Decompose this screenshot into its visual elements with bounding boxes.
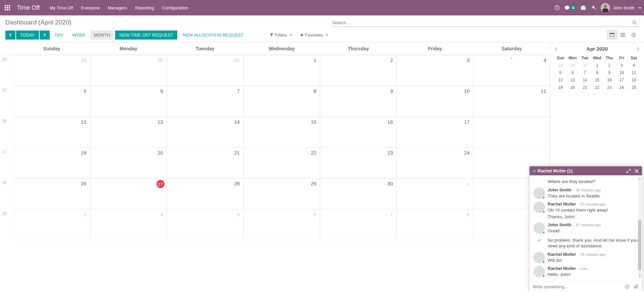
chat-sender[interactable]: John Smith bbox=[548, 222, 571, 227]
calendar-cell[interactable]: 23 bbox=[320, 148, 397, 178]
calendar-cell[interactable]: 16 bbox=[320, 117, 397, 148]
calendar-cell[interactable]: 3 bbox=[13, 209, 90, 240]
nav-reporting[interactable]: Reporting bbox=[132, 3, 157, 12]
scale-week[interactable]: WEEK bbox=[69, 31, 88, 40]
chat-sender[interactable]: John Smith bbox=[548, 187, 571, 192]
mini-day[interactable]: 14 bbox=[579, 76, 591, 84]
calendar-cell[interactable]: 24 bbox=[397, 148, 473, 178]
chat-sender[interactable]: Rachel Muller bbox=[548, 252, 576, 257]
calendar-cell[interactable]: 7 bbox=[167, 86, 243, 117]
calendar-cell[interactable]: 15 bbox=[243, 117, 320, 148]
next-button[interactable] bbox=[40, 31, 50, 40]
new-leave-button[interactable]: NEW TIME OFF REQUEST bbox=[115, 31, 177, 40]
view-list-icon[interactable] bbox=[618, 30, 628, 40]
calendar-cell[interactable]: 29 bbox=[13, 55, 90, 86]
mini-day[interactable]: 10 bbox=[615, 69, 628, 76]
scale-day[interactable]: DAY bbox=[52, 31, 67, 40]
mini-day[interactable]: 11 bbox=[628, 69, 640, 76]
mini-day[interactable]: 13 bbox=[566, 76, 579, 84]
calendar-cell[interactable]: 27 bbox=[90, 178, 167, 209]
calendar-cell[interactable]: 2 bbox=[320, 55, 397, 86]
mini-day[interactable]: 16 bbox=[603, 76, 615, 84]
mini-day[interactable]: 18 bbox=[628, 76, 640, 84]
calendar-cell[interactable]: 4 bbox=[90, 209, 167, 240]
emoji-icon[interactable] bbox=[625, 284, 630, 289]
mini-day[interactable]: 8 bbox=[591, 69, 603, 76]
nav-everyone[interactable]: Everyone bbox=[78, 3, 103, 12]
filters-menu[interactable]: Filters bbox=[269, 31, 293, 39]
nav-managers[interactable]: Managers bbox=[104, 3, 131, 12]
calendar-cell[interactable]: 19 bbox=[13, 148, 90, 178]
nav-configuration[interactable]: Configuration bbox=[159, 3, 191, 12]
calendar-cell[interactable]: 14 bbox=[167, 117, 243, 148]
chat-body[interactable]: Where are they located? John Smith- 38 m… bbox=[530, 175, 642, 281]
calendar-cell[interactable]: 20 bbox=[90, 148, 167, 178]
mini-day[interactable]: 25 bbox=[628, 84, 640, 91]
view-activity-icon[interactable] bbox=[629, 30, 639, 40]
calendar-cell[interactable]: 28 bbox=[167, 178, 243, 209]
mini-day[interactable]: 6 bbox=[566, 69, 579, 76]
chat-avatar[interactable] bbox=[534, 201, 545, 213]
calendar-cell[interactable]: ▴4 bbox=[473, 55, 550, 86]
mini-day[interactable]: 7 bbox=[579, 69, 591, 76]
calendar-cell[interactable]: 8 bbox=[397, 209, 473, 240]
chat-input[interactable] bbox=[533, 284, 621, 289]
apps-icon[interactable] bbox=[3, 5, 12, 10]
clock-icon[interactable] bbox=[554, 5, 560, 10]
calendar-cell[interactable]: 3 bbox=[397, 55, 473, 86]
attach-icon[interactable] bbox=[633, 284, 639, 289]
chat-avatar[interactable] bbox=[534, 187, 545, 199]
calendar-cell[interactable] bbox=[473, 117, 550, 148]
mini-day[interactable]: 24 bbox=[615, 84, 628, 91]
tools-icon[interactable] bbox=[591, 5, 596, 10]
calendar-cell[interactable]: 17 bbox=[397, 117, 473, 148]
calendar-cell[interactable]: 13 bbox=[90, 117, 167, 148]
scroll-down-icon[interactable]: ▾ bbox=[639, 274, 641, 277]
chat-header[interactable]: Rachel Muller (1) bbox=[530, 166, 642, 175]
prev-button[interactable] bbox=[5, 31, 15, 40]
mini-day[interactable]: 9 bbox=[603, 69, 615, 76]
new-alloc-button[interactable]: NEW ALLOCATION REQUEST bbox=[179, 31, 247, 40]
mini-day[interactable]: 2 bbox=[603, 62, 615, 69]
calendar-cell[interactable]: 11 bbox=[473, 86, 550, 117]
chat-sender[interactable]: Rachel Muller bbox=[548, 266, 576, 271]
mini-day[interactable]: 29 bbox=[554, 62, 566, 69]
chat-sender[interactable]: Rachel Muller bbox=[548, 201, 576, 207]
chat-avatar[interactable] bbox=[534, 266, 545, 277]
calendar-cell[interactable]: 12 bbox=[13, 117, 90, 148]
mini-day[interactable]: 19 bbox=[554, 84, 566, 91]
calendar-cell[interactable]: 9 bbox=[320, 86, 397, 117]
calendar-cell[interactable]: 5 bbox=[167, 209, 243, 240]
expand-icon[interactable] bbox=[627, 169, 631, 173]
mini-day[interactable]: 23 bbox=[603, 84, 615, 91]
scale-month[interactable]: MONTH bbox=[91, 31, 113, 40]
gift-icon[interactable] bbox=[581, 5, 586, 10]
favorites-menu[interactable]: Favorites bbox=[299, 31, 329, 39]
calendar-cell[interactable]: 7 bbox=[320, 209, 397, 240]
calendar-cell[interactable]: 6 bbox=[243, 209, 320, 240]
app-name[interactable]: Time Off bbox=[17, 4, 40, 11]
calendar-cell[interactable]: 29 bbox=[243, 178, 320, 209]
mini-next-icon[interactable] bbox=[636, 47, 640, 51]
calendar-cell[interactable]: 1 bbox=[397, 178, 473, 209]
calendar-cell[interactable]: 8 bbox=[243, 86, 320, 117]
calendar-cell[interactable]: 30 bbox=[90, 55, 167, 86]
mini-day[interactable]: 22 bbox=[591, 84, 603, 91]
mini-prev-icon[interactable] bbox=[554, 47, 558, 51]
user-menu[interactable]: John Smith bbox=[601, 3, 641, 12]
chat-avatar[interactable] bbox=[534, 222, 545, 234]
nav-my-time-off[interactable]: My Time Off bbox=[46, 3, 77, 12]
mini-day[interactable]: 4 bbox=[628, 62, 640, 69]
mini-day[interactable]: 1 bbox=[591, 62, 603, 69]
view-calendar-icon[interactable] bbox=[607, 30, 617, 40]
calendar-cell[interactable]: 10 bbox=[397, 86, 473, 117]
search-input[interactable] bbox=[331, 19, 631, 26]
calendar-cell[interactable]: 1 bbox=[243, 55, 320, 86]
chat-avatar[interactable] bbox=[534, 252, 545, 263]
search-icon[interactable] bbox=[631, 19, 639, 26]
calendar-cell[interactable]: 26 bbox=[13, 178, 90, 209]
mini-day[interactable]: 20 bbox=[566, 84, 579, 91]
mini-day[interactable]: 17 bbox=[615, 76, 628, 84]
mini-day[interactable]: 5 bbox=[554, 69, 566, 76]
mini-day[interactable]: 15 bbox=[591, 76, 603, 84]
